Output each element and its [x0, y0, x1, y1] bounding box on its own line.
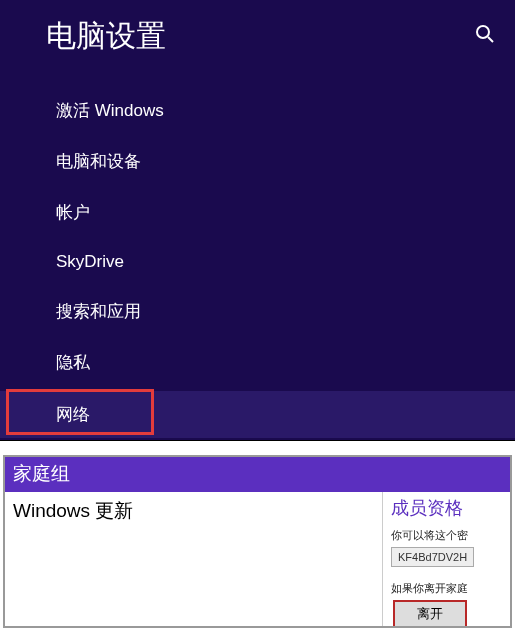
detail-panel: 家庭组 Windows 更新 成员资格 你可以将这个密 KF4Bd7DV2H 如… [3, 455, 512, 628]
menu-item-pc-devices[interactable]: 电脑和设备 [0, 136, 515, 187]
windows-update-item[interactable]: Windows 更新 [13, 498, 374, 524]
page-title: 电脑设置 [46, 16, 166, 57]
svg-point-0 [477, 26, 489, 38]
left-column: Windows 更新 [5, 492, 383, 628]
settings-header: 电脑设置 [0, 10, 515, 79]
menu-item-skydrive[interactable]: SkyDrive [0, 238, 515, 286]
leave-button[interactable]: 离开 [393, 600, 467, 628]
homegroup-header[interactable]: 家庭组 [5, 457, 510, 492]
menu-item-network[interactable]: 网络 [0, 391, 515, 438]
menu-item-activate-windows[interactable]: 激活 Windows [0, 85, 515, 136]
svg-line-1 [488, 37, 493, 42]
search-icon[interactable] [475, 24, 497, 49]
membership-text2: 如果你离开家庭 [391, 581, 510, 596]
membership-title: 成员资格 [391, 496, 510, 520]
menu-item-label: 网络 [56, 405, 90, 424]
settings-menu: 激活 Windows 电脑和设备 帐户 SkyDrive 搜索和应用 隐私 网络 [0, 79, 515, 438]
right-column: 成员资格 你可以将这个密 KF4Bd7DV2H 如果你离开家庭 离开 [383, 492, 510, 628]
menu-item-search-apps[interactable]: 搜索和应用 [0, 286, 515, 337]
menu-item-accounts[interactable]: 帐户 [0, 187, 515, 238]
homegroup-code: KF4Bd7DV2H [391, 547, 474, 567]
menu-item-privacy[interactable]: 隐私 [0, 337, 515, 388]
membership-text1: 你可以将这个密 [391, 528, 510, 543]
